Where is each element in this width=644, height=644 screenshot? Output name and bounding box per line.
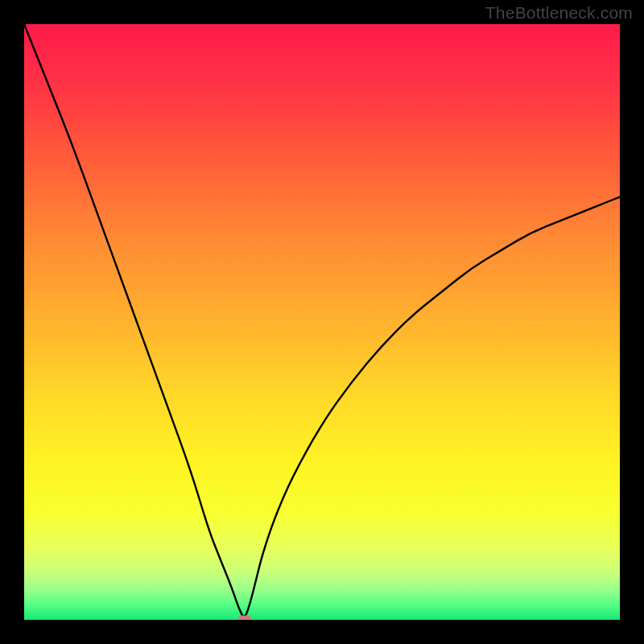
chart-frame: TheBottleneck.com bbox=[0, 0, 644, 644]
plot-area bbox=[24, 24, 620, 620]
optimal-point-marker bbox=[237, 616, 251, 621]
watermark-text: TheBottleneck.com bbox=[485, 3, 633, 23]
bottleneck-curve bbox=[24, 24, 620, 620]
